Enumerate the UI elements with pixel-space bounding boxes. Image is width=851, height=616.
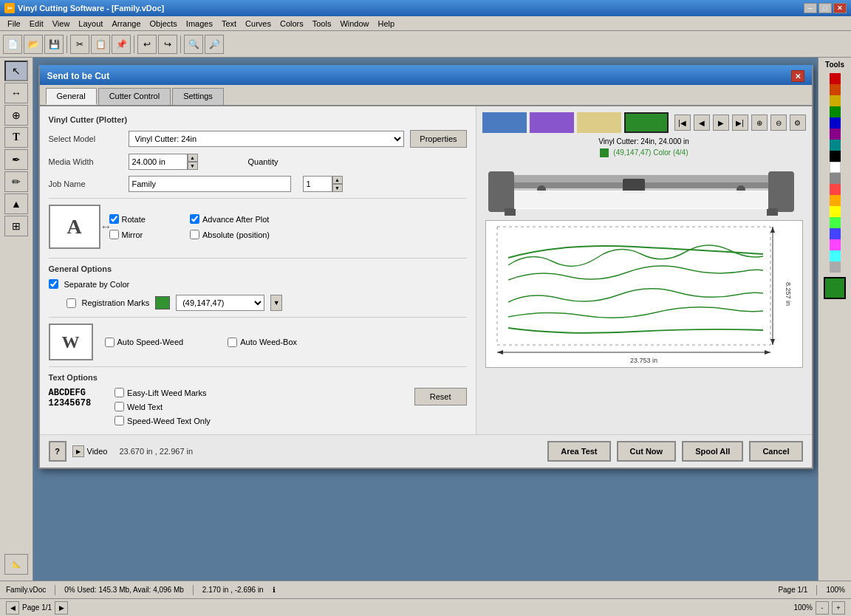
tool-ruler[interactable]: 📐 (4, 554, 28, 575)
color-dropdown[interactable]: (49,147,47) (176, 295, 264, 311)
minimize-button[interactable]: ─ (804, 3, 817, 13)
menu-layout[interactable]: Layout (74, 18, 107, 30)
quantity-up[interactable]: ▲ (332, 176, 343, 184)
palette-yellow[interactable] (830, 206, 841, 217)
menu-edit[interactable]: Edit (25, 18, 48, 30)
properties-button[interactable]: Properties (410, 130, 466, 148)
palette-amber[interactable] (830, 195, 841, 206)
toolbar-zoom-out[interactable]: 🔎 (205, 35, 224, 54)
nav-last-button[interactable]: ▶| (732, 114, 748, 131)
tool-shape[interactable]: ▲ (4, 194, 28, 214)
nav-prev-button[interactable]: ◀ (694, 114, 710, 131)
color-swatch-yellow[interactable] (577, 112, 621, 133)
color-swatch-active-green[interactable] (624, 112, 669, 133)
palette-orange[interactable] (830, 84, 841, 95)
palette-black[interactable] (830, 151, 841, 162)
spool-all-button[interactable]: Spool All (682, 441, 743, 462)
nav-back-btn[interactable]: ◀ (6, 601, 19, 615)
media-width-input[interactable] (129, 154, 188, 170)
tab-general[interactable]: General (46, 88, 97, 105)
nav-settings-button[interactable]: ⚙ (790, 114, 806, 131)
menu-arrange[interactable]: Arrange (107, 18, 145, 30)
toolbar-open[interactable]: 📂 (24, 35, 43, 54)
menu-window[interactable]: Window (335, 18, 373, 30)
maximize-button[interactable]: □ (818, 3, 832, 13)
menu-file[interactable]: File (3, 18, 25, 30)
nav-remove-button[interactable]: ⊖ (770, 114, 787, 131)
color-swatch-purple[interactable] (530, 112, 574, 133)
palette-light-green[interactable] (830, 217, 841, 228)
auto-speed-weed-checkbox[interactable] (105, 338, 115, 347)
separate-by-color-checkbox[interactable] (49, 279, 58, 289)
cut-now-button[interactable]: Cut Now (617, 441, 677, 462)
close-app-button[interactable]: ✕ (833, 3, 847, 13)
palette-light-gray[interactable] (830, 261, 841, 273)
job-name-input[interactable] (129, 176, 291, 192)
color-swatch-blue[interactable] (482, 112, 527, 133)
menu-tools[interactable]: Tools (308, 18, 336, 30)
color-dropdown-arrow[interactable]: ▼ (270, 295, 282, 311)
palette-blue[interactable] (830, 117, 841, 129)
palette-purple[interactable] (830, 129, 841, 140)
toolbar-redo[interactable]: ↪ (158, 35, 177, 54)
palette-pink[interactable] (830, 239, 841, 250)
menu-curves[interactable]: Curves (241, 18, 276, 30)
toolbar-cut[interactable]: ✂ (70, 35, 89, 54)
tool-select[interactable]: ↖ (4, 61, 28, 81)
palette-light-red[interactable] (830, 184, 841, 195)
palette-red[interactable] (830, 73, 841, 84)
cancel-button[interactable]: Cancel (749, 441, 802, 462)
nav-fwd-btn[interactable]: ▶ (55, 601, 68, 615)
tool-weld[interactable]: ⊞ (4, 216, 28, 236)
registration-marks-checkbox[interactable] (66, 298, 76, 308)
media-width-down[interactable]: ▼ (188, 162, 198, 170)
menu-text[interactable]: Text (217, 18, 241, 30)
palette-green[interactable] (830, 106, 841, 117)
zoom-out-btn[interactable]: - (816, 601, 829, 615)
media-width-up[interactable]: ▲ (188, 154, 198, 162)
toolbar-save[interactable]: 💾 (44, 35, 64, 54)
easy-lift-checkbox[interactable] (115, 388, 124, 397)
reset-button[interactable]: Reset (414, 388, 467, 405)
window-controls[interactable]: ─ □ ✕ (804, 3, 847, 13)
menu-colors[interactable]: Colors (276, 18, 308, 30)
tool-zoom[interactable]: ⊕ (4, 105, 28, 126)
palette-cyan[interactable] (830, 250, 841, 261)
weld-text-checkbox[interactable] (115, 402, 124, 411)
toolbar-copy[interactable]: 📋 (91, 35, 110, 54)
speed-weed-text-checkbox[interactable] (115, 416, 124, 425)
quantity-input[interactable] (303, 176, 332, 192)
palette-yellow-dark[interactable] (830, 95, 841, 106)
absolute-position-checkbox[interactable] (190, 230, 199, 239)
toolbar-paste[interactable]: 📌 (112, 35, 131, 54)
nav-next-button[interactable]: ▶ (713, 114, 729, 131)
tool-brush[interactable]: ✏ (4, 171, 28, 192)
tool-node[interactable]: ↔ (4, 83, 28, 103)
tab-cutter-control[interactable]: Cutter Control (98, 88, 171, 105)
help-button[interactable]: ? (49, 441, 66, 462)
menu-objects[interactable]: Objects (146, 18, 182, 30)
nav-first-button[interactable]: |◀ (674, 114, 691, 131)
auto-weed-box-checkbox[interactable] (228, 338, 237, 347)
toolbar-new[interactable]: 📄 (3, 35, 22, 54)
palette-white[interactable] (830, 162, 841, 173)
tool-text[interactable]: T (4, 127, 28, 148)
advance-after-plot-checkbox[interactable] (190, 214, 199, 224)
select-model-dropdown[interactable]: Vinyl Cutter: 24in (129, 131, 405, 147)
tool-pen[interactable]: ✒ (4, 149, 28, 170)
zoom-in-btn[interactable]: + (832, 601, 845, 615)
nav-add-button[interactable]: ⊕ (751, 114, 768, 131)
area-test-button[interactable]: Area Test (547, 441, 610, 462)
dialog-close-button[interactable]: ✕ (791, 70, 804, 82)
palette-gray[interactable] (830, 173, 841, 184)
menu-help[interactable]: Help (374, 18, 400, 30)
palette-light-blue[interactable] (830, 228, 841, 239)
menu-images[interactable]: Images (182, 18, 217, 30)
quantity-down[interactable]: ▼ (332, 184, 343, 192)
active-color-swatch[interactable] (824, 277, 846, 299)
toolbar-undo[interactable]: ↩ (137, 35, 157, 54)
menu-view[interactable]: View (48, 18, 75, 30)
toolbar-zoom-in[interactable]: 🔍 (184, 35, 203, 54)
palette-teal[interactable] (830, 140, 841, 151)
video-button[interactable]: ▶ Video (72, 445, 108, 457)
